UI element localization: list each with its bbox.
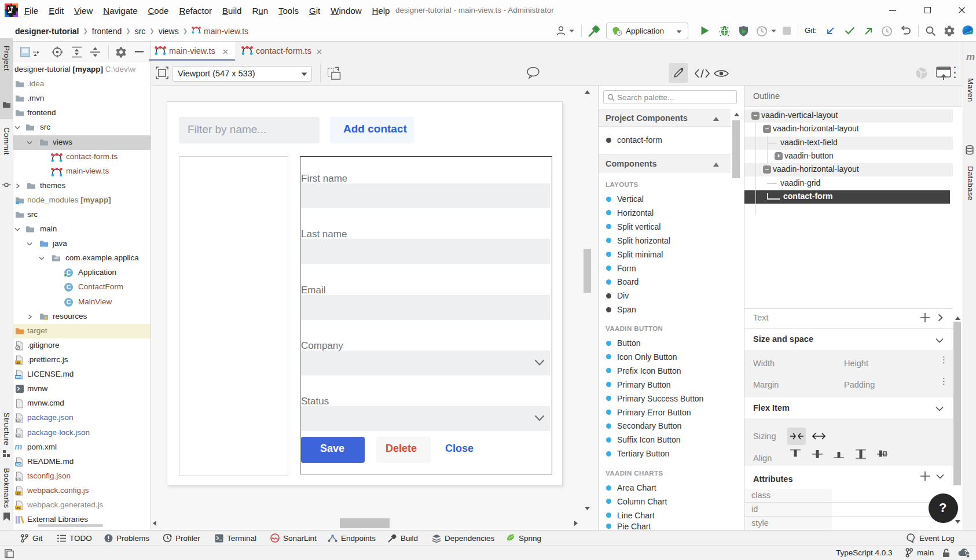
svg-text:{..}: {..} bbox=[16, 418, 21, 422]
svg-text:MD: MD bbox=[16, 462, 21, 466]
svg-text:JS: JS bbox=[16, 360, 21, 364]
svg-text:C: C bbox=[67, 283, 71, 290]
svg-text:{..}: {..} bbox=[16, 433, 21, 437]
svg-text:C: C bbox=[67, 299, 71, 305]
svg-text:?: ? bbox=[964, 549, 967, 555]
svg-text:MD: MD bbox=[16, 375, 21, 379]
svg-text:JS: JS bbox=[16, 506, 21, 510]
svg-text:JS: JS bbox=[16, 491, 21, 495]
svg-text:{..}: {..} bbox=[16, 477, 21, 481]
